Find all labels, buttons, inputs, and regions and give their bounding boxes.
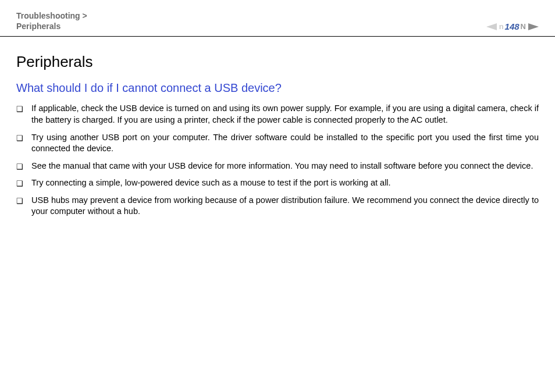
bullet-marker-icon: ❑ xyxy=(16,196,23,206)
page-content: Peripherals What should I do if I cannot… xyxy=(0,37,555,218)
bullet-text: USB hubs may prevent a device from worki… xyxy=(31,195,539,218)
svg-marker-0 xyxy=(486,23,497,30)
page-navigation: n 148 N xyxy=(486,22,539,31)
bullet-marker-icon: ❑ xyxy=(16,162,23,172)
list-item: ❑ See the manual that came with your USB… xyxy=(16,161,539,172)
page-title: Peripherals xyxy=(16,53,539,71)
bullet-text: Try using another USB port on your compu… xyxy=(31,132,539,155)
bullet-text: See the manual that came with your USB d… xyxy=(31,161,539,172)
list-item: ❑ Try using another USB port on your com… xyxy=(16,132,539,155)
prev-page-n-label: n xyxy=(499,22,504,31)
breadcrumb-parent[interactable]: Troubleshooting > xyxy=(16,10,87,21)
breadcrumb-current[interactable]: Peripherals xyxy=(16,21,87,31)
next-page-arrow-icon[interactable] xyxy=(528,23,539,30)
page-number: 148 xyxy=(505,22,520,31)
bullet-text: If applicable, check the USB device is t… xyxy=(31,103,539,126)
next-page-n-label: N xyxy=(521,22,526,31)
list-item: ❑ USB hubs may prevent a device from wor… xyxy=(16,195,539,218)
prev-page-arrow-icon[interactable] xyxy=(486,23,497,30)
svg-marker-1 xyxy=(528,23,539,30)
bullet-marker-icon: ❑ xyxy=(16,104,23,115)
page-header: Troubleshooting > Peripherals n 148 N xyxy=(0,0,555,37)
list-item: ❑ Try connecting a simple, low-powered d… xyxy=(16,177,539,189)
bullet-list: ❑ If applicable, check the USB device is… xyxy=(16,103,539,218)
section-heading: What should I do if I cannot connect a U… xyxy=(16,81,539,95)
bullet-marker-icon: ❑ xyxy=(16,133,23,144)
bullet-text: Try connecting a simple, low-powered dev… xyxy=(31,177,539,189)
list-item: ❑ If applicable, check the USB device is… xyxy=(16,103,539,126)
breadcrumb: Troubleshooting > Peripherals xyxy=(16,10,87,31)
bullet-marker-icon: ❑ xyxy=(16,179,23,189)
